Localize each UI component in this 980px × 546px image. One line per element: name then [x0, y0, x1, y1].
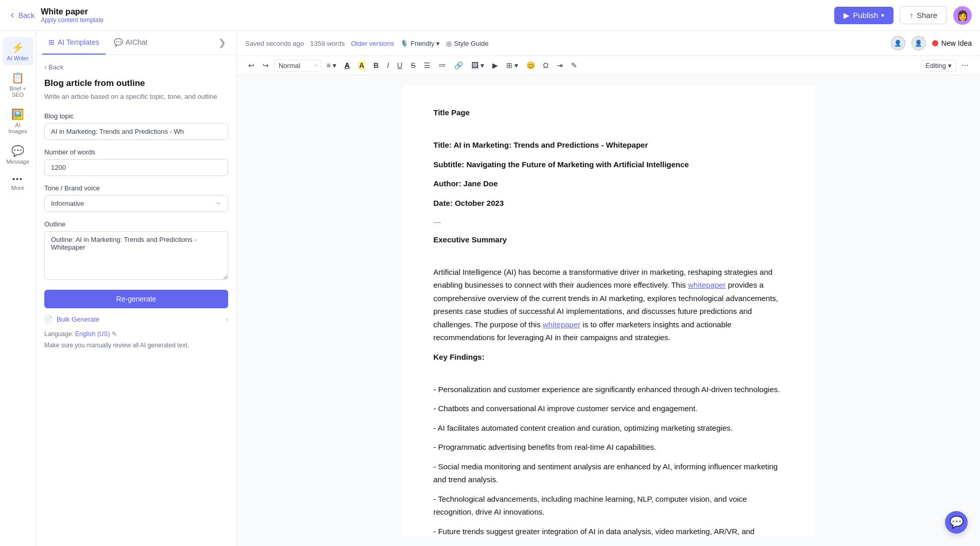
image-button[interactable]: 🖼 ▾ — [468, 59, 487, 72]
tone-label: Tone / Brand voice — [44, 184, 228, 192]
link-button[interactable]: 🔗 — [451, 59, 466, 72]
left-panel: ⊞ AI Templates 💬 AIChat ❯ ‹ Back Blog ar… — [36, 31, 237, 546]
style-guide-button[interactable]: ◎ Style Guide — [446, 40, 488, 47]
words-label: Number of words — [44, 148, 228, 156]
panel-tabs: ⊞ AI Templates 💬 AIChat ❯ — [36, 31, 236, 55]
ai-writer-icon: ⚡ — [11, 41, 24, 54]
template-description: Write an article based on a specific top… — [44, 92, 228, 102]
tone-button[interactable]: 🎙️ Friendly ▾ — [400, 40, 440, 47]
format-select[interactable]: Normal Heading 1 Heading 2 Heading 3 — [274, 60, 321, 72]
outdent-button[interactable]: ✎ — [568, 59, 580, 72]
topbar-right: 👤 👤 New Idea — [891, 36, 972, 50]
finding-3: - AI facilitates automated content creat… — [434, 421, 784, 435]
sidebar-item-message[interactable]: 💬 Message — [3, 140, 33, 169]
publish-button[interactable]: ▶ Publish ▾ — [834, 7, 893, 24]
editor-content[interactable]: Title Page Title: AI in Marketing: Trend… — [403, 85, 815, 536]
editing-mode-button[interactable]: Editing ▾ — [921, 60, 956, 72]
back-arrow-icon: ‹ — [44, 63, 46, 71]
share-button[interactable]: ↑ Share — [900, 6, 947, 24]
finding-6: - Technological advancements, including … — [434, 492, 784, 519]
play-button[interactable]: ▶ — [489, 59, 501, 72]
strikethrough-button[interactable]: S — [407, 59, 418, 72]
finding-4: - Programmatic advertising benefits from… — [434, 441, 784, 454]
doc-divider: --- — [434, 216, 784, 229]
italic-button[interactable]: I — [384, 59, 392, 72]
whitepaper-link-2[interactable]: whitepaper — [543, 320, 580, 329]
bulk-generate-icon: 📄 — [44, 315, 53, 323]
icon-sidebar: ⚡ AI Writer 📋 Brief + SEO 🖼️ AI Images 💬… — [0, 31, 36, 546]
editor-toolbar: ↩ ↪ Normal Heading 1 Heading 2 Heading 3… — [237, 56, 980, 75]
tab-ai-chat[interactable]: 💬 AIChat — [108, 31, 154, 55]
exec-summary-heading: Executive Summary — [434, 235, 507, 244]
finding-7: - Future trends suggest greater integrat… — [434, 525, 784, 536]
header-title-block: White paper Apply content template — [41, 7, 104, 24]
outline-label: Outline — [44, 220, 228, 228]
whitepaper-link-1[interactable]: whitepaper — [688, 280, 726, 289]
collab-avatar-2: 👤 — [912, 36, 926, 50]
undo-button[interactable]: ↩ — [245, 59, 257, 72]
tone-chevron-icon: ▾ — [436, 40, 440, 47]
highlight-button[interactable]: A — [355, 59, 368, 72]
brief-seo-icon: 📋 — [11, 72, 24, 84]
blog-topic-label: Blog topic — [44, 112, 228, 120]
chat-fab-button[interactable]: 💬 — [945, 511, 968, 534]
doc-date: Date: October 2023 — [434, 199, 504, 207]
sidebar-item-more[interactable]: ••• More — [3, 171, 33, 195]
words-input[interactable] — [44, 159, 228, 176]
style-guide-icon: ◎ — [446, 40, 452, 47]
new-idea-dot — [932, 40, 938, 46]
document-title: White paper — [41, 7, 104, 16]
back-button[interactable]: Back — [8, 11, 35, 20]
underline-button[interactable]: U — [394, 59, 405, 72]
outline-textarea[interactable]: Outline: AI in Marketing: Trends and Pre… — [44, 231, 228, 280]
regenerate-button[interactable]: Re-generate — [44, 290, 228, 308]
bullet-list-button[interactable]: ☰ — [421, 59, 434, 72]
table-button[interactable]: ⊞ ▾ — [503, 59, 521, 72]
language-link[interactable]: English (US) — [75, 330, 110, 338]
more-icon: ••• — [12, 175, 23, 183]
older-versions-link[interactable]: Older versions — [351, 40, 394, 47]
ordered-list-button[interactable]: ≔ — [436, 59, 449, 72]
panel-content: ‹ Back Blog article from outline Write a… — [36, 55, 236, 546]
collab-avatar-1: 👤 — [891, 36, 905, 50]
saved-label: Saved seconds ago — [245, 40, 304, 47]
language-row: Language: English (US) ✎ — [44, 330, 228, 338]
align-button[interactable]: ≡ ▾ — [323, 59, 339, 72]
doc-title: Title: AI in Marketing: Trends and Predi… — [434, 140, 648, 149]
share-icon: ↑ — [909, 11, 914, 20]
ai-chat-icon: 💬 — [114, 38, 123, 46]
disclaimer-text: Make sure you manually review all AI gen… — [44, 341, 228, 350]
message-icon: 💬 — [11, 145, 24, 157]
blog-topic-input[interactable] — [44, 123, 228, 140]
finding-5: - Social media monitoring and sentiment … — [434, 460, 784, 486]
ai-templates-icon: ⊞ — [48, 38, 55, 46]
publish-chevron-icon: ▾ — [881, 12, 884, 19]
template-title: Blog article from outline — [44, 78, 228, 89]
edit-language-icon[interactable]: ✎ — [112, 330, 117, 338]
new-idea-button[interactable]: New Idea — [932, 39, 972, 47]
indent-button[interactable]: ⇥ — [554, 59, 566, 72]
sidebar-item-ai-images[interactable]: 🖼️ AI Images — [3, 104, 33, 138]
user-avatar[interactable]: 👩 — [953, 6, 972, 25]
doc-author: Author: Jane Doe — [434, 179, 498, 188]
apply-template-link[interactable]: Apply content template — [41, 16, 104, 24]
bold-button[interactable]: B — [370, 59, 382, 72]
emoji-button[interactable]: 😊 — [523, 59, 538, 72]
key-findings-heading: Key Findings: — [434, 353, 485, 361]
panel-collapse-button[interactable]: ❯ — [214, 31, 230, 55]
finding-1: - Personalization and customer experienc… — [434, 383, 784, 396]
top-header: Back White paper Apply content template … — [0, 0, 980, 31]
redo-button[interactable]: ↪ — [260, 59, 272, 72]
sidebar-item-ai-writer[interactable]: ⚡ AI Writer — [3, 37, 33, 65]
special-char-button[interactable]: Ω — [540, 59, 552, 72]
template-back-link[interactable]: ‹ Back — [44, 63, 228, 71]
text-color-button[interactable]: A — [341, 59, 353, 72]
finding-2: - Chatbots and conversational AI improve… — [434, 402, 784, 415]
tab-ai-templates[interactable]: ⊞ AI Templates — [42, 31, 106, 55]
more-options-button[interactable]: ⋯ — [958, 59, 972, 72]
exec-para-1: Artificial Intelligence (AI) has become … — [434, 266, 784, 344]
tone-select[interactable]: Informative Friendly Professional Casual… — [44, 195, 228, 212]
bulk-generate-row[interactable]: 📄 Bulk Generate › — [44, 315, 228, 323]
sidebar-item-brief-seo[interactable]: 📋 Brief + SEO — [3, 67, 33, 102]
word-count: 1359 words — [310, 40, 345, 47]
